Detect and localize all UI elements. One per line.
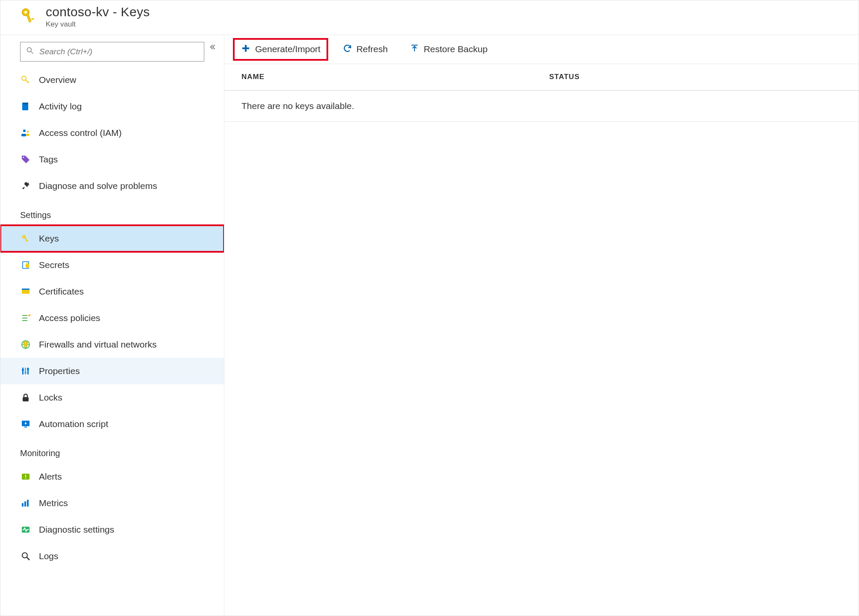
sidebar-item-properties[interactable]: Properties: [0, 358, 224, 384]
key-vault-icon: [19, 7, 36, 24]
page-title: contoso-kv - Keys: [46, 5, 150, 19]
empty-state-message: There are no keys available.: [224, 91, 859, 122]
svg-rect-10: [21, 134, 26, 136]
sidebar-item-label: Certificates: [39, 286, 84, 297]
key-icon: [20, 233, 31, 244]
search-icon: [26, 46, 34, 57]
sidebar-item-locks[interactable]: Locks: [0, 384, 224, 411]
sidebar-item-label: Overview: [39, 75, 76, 85]
section-label-settings: Settings: [0, 199, 224, 225]
sidebar-item-label: Properties: [39, 366, 80, 376]
restore-backup-button[interactable]: Restore Backup: [404, 40, 493, 59]
restore-backup-icon: [410, 44, 419, 55]
svg-point-4: [27, 48, 31, 52]
svg-line-5: [31, 52, 33, 54]
svg-point-1: [24, 11, 27, 14]
svg-line-41: [27, 557, 29, 560]
table-header: NAME STATUS: [224, 64, 859, 91]
svg-rect-22: [22, 289, 29, 290]
svg-point-40: [22, 553, 27, 558]
sidebar: Overview Activity log Access control (IA…: [0, 35, 224, 616]
access-control-icon: [20, 128, 31, 138]
svg-rect-32: [24, 427, 27, 427]
svg-rect-34: [25, 475, 26, 477]
sidebar-item-label: Diagnostic settings: [39, 525, 114, 535]
sidebar-item-label: Keys: [39, 233, 59, 244]
sidebar-item-secrets[interactable]: Secrets: [0, 252, 224, 278]
sidebar-item-label: Secrets: [39, 260, 69, 270]
search-input[interactable]: [38, 47, 199, 57]
sidebar-item-overview[interactable]: Overview: [0, 67, 224, 93]
collapse-sidebar-button[interactable]: [208, 43, 216, 54]
column-status[interactable]: STATUS: [549, 73, 580, 81]
sidebar-item-label: Automation script: [39, 419, 108, 429]
key-icon: [20, 75, 31, 85]
sidebar-item-automation-script[interactable]: Automation script: [0, 411, 224, 437]
svg-rect-24: [22, 368, 24, 374]
refresh-button[interactable]: Refresh: [337, 40, 394, 59]
section-label-monitoring: Monitoring: [0, 437, 224, 463]
command-bar: Generate/Import Refresh Restore Backup: [224, 35, 859, 64]
svg-rect-37: [24, 501, 26, 507]
sidebar-item-label: Logs: [39, 551, 59, 561]
sidebar-item-firewalls[interactable]: Firewalls and virtual networks: [0, 331, 224, 358]
diagnose-icon: [20, 181, 31, 191]
svg-rect-27: [22, 369, 24, 371]
generate-import-button[interactable]: Generate/Import: [235, 40, 327, 59]
sidebar-item-label: Metrics: [39, 498, 68, 508]
access-policies-icon: [20, 313, 31, 323]
page: contoso-kv - Keys Key vault: [0, 0, 859, 616]
svg-rect-20: [26, 263, 28, 265]
svg-rect-12: [26, 134, 29, 136]
title-text: contoso-kv - Keys Key vault: [46, 5, 150, 29]
sidebar-item-certificates[interactable]: Certificates: [0, 278, 224, 305]
svg-point-9: [23, 130, 26, 132]
logs-icon: [20, 551, 31, 561]
svg-rect-38: [27, 500, 29, 507]
sidebar-item-label: Access control (IAM): [39, 128, 122, 138]
svg-rect-35: [25, 478, 26, 479]
firewalls-icon: [20, 339, 31, 350]
nav: Overview Activity log Access control (IA…: [0, 67, 224, 616]
svg-rect-8: [23, 103, 28, 104]
sidebar-item-label: Firewalls and virtual networks: [39, 339, 156, 350]
secrets-icon: [20, 260, 31, 270]
sidebar-item-metrics[interactable]: Metrics: [0, 490, 224, 516]
sidebar-item-access-policies[interactable]: Access policies: [0, 305, 224, 331]
sidebar-item-tags[interactable]: Tags: [0, 146, 224, 173]
sidebar-item-alerts[interactable]: Alerts: [0, 463, 224, 490]
diagnostic-settings-icon: [20, 525, 31, 535]
keys-table: NAME STATUS There are no keys available.: [224, 64, 859, 616]
sidebar-item-label: Tags: [39, 154, 58, 165]
sidebar-item-access-control[interactable]: Access control (IAM): [0, 120, 224, 146]
sidebar-item-activity-log[interactable]: Activity log: [0, 93, 224, 120]
sidebar-item-label: Diagnose and solve problems: [39, 181, 157, 191]
svg-rect-25: [25, 368, 26, 374]
sidebar-item-logs[interactable]: Logs: [0, 543, 224, 569]
metrics-icon: [20, 498, 31, 508]
svg-rect-28: [24, 372, 26, 373]
plus-icon: [241, 43, 251, 56]
refresh-icon: [343, 44, 352, 55]
main-pane: Generate/Import Refresh Restore Backup: [224, 35, 859, 616]
sidebar-item-label: Activity log: [39, 101, 82, 112]
command-label: Restore Backup: [424, 44, 487, 54]
sidebar-item-diagnostic-settings[interactable]: Diagnostic settings: [0, 516, 224, 543]
svg-rect-29: [27, 368, 29, 370]
command-label: Refresh: [356, 44, 388, 54]
svg-point-13: [23, 156, 24, 158]
automation-script-icon: [20, 419, 31, 429]
sidebar-item-diagnose[interactable]: Diagnose and solve problems: [0, 173, 224, 199]
sidebar-item-keys[interactable]: Keys: [0, 225, 224, 252]
svg-rect-30: [23, 397, 29, 401]
svg-rect-2: [26, 14, 32, 23]
svg-point-11: [27, 130, 29, 133]
sidebar-search[interactable]: [20, 42, 204, 62]
svg-rect-17: [27, 239, 29, 241]
command-label: Generate/Import: [255, 44, 321, 54]
svg-rect-36: [22, 503, 24, 507]
tags-icon: [20, 154, 31, 165]
body: Overview Activity log Access control (IA…: [0, 35, 859, 616]
lock-icon: [20, 392, 31, 403]
column-name[interactable]: NAME: [241, 73, 549, 81]
